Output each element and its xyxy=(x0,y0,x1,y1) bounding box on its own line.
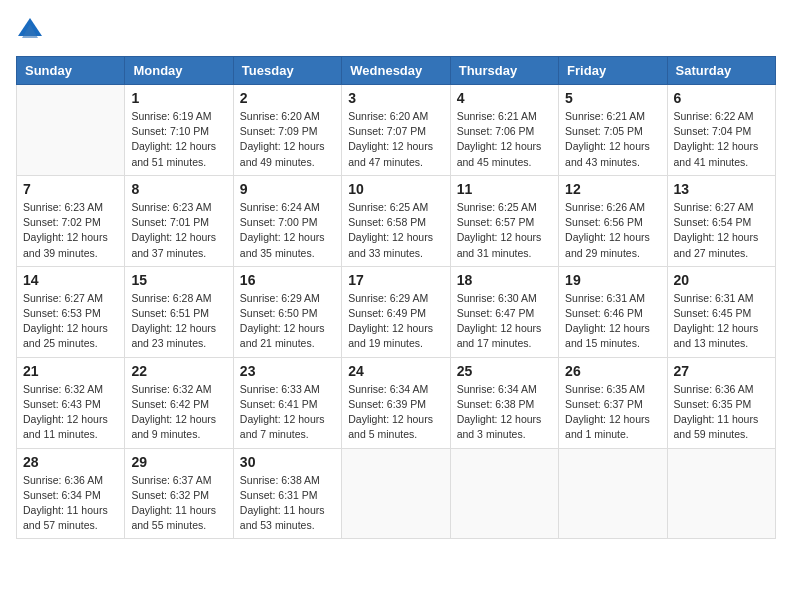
day-info: Sunrise: 6:29 AMSunset: 6:49 PMDaylight:… xyxy=(348,291,443,352)
calendar-day-cell xyxy=(342,448,450,539)
calendar-day-cell: 23Sunrise: 6:33 AMSunset: 6:41 PMDayligh… xyxy=(233,357,341,448)
day-info: Sunrise: 6:35 AMSunset: 6:37 PMDaylight:… xyxy=(565,382,660,443)
calendar-day-cell: 25Sunrise: 6:34 AMSunset: 6:38 PMDayligh… xyxy=(450,357,558,448)
calendar-day-cell: 19Sunrise: 6:31 AMSunset: 6:46 PMDayligh… xyxy=(559,266,667,357)
day-info: Sunrise: 6:20 AMSunset: 7:09 PMDaylight:… xyxy=(240,109,335,170)
calendar-week-row: 28Sunrise: 6:36 AMSunset: 6:34 PMDayligh… xyxy=(17,448,776,539)
calendar-day-cell xyxy=(667,448,775,539)
calendar-day-cell: 14Sunrise: 6:27 AMSunset: 6:53 PMDayligh… xyxy=(17,266,125,357)
day-number: 30 xyxy=(240,454,335,470)
calendar-day-cell: 10Sunrise: 6:25 AMSunset: 6:58 PMDayligh… xyxy=(342,175,450,266)
day-number: 5 xyxy=(565,90,660,106)
calendar-day-cell: 30Sunrise: 6:38 AMSunset: 6:31 PMDayligh… xyxy=(233,448,341,539)
day-number: 18 xyxy=(457,272,552,288)
weekday-header: Thursday xyxy=(450,57,558,85)
calendar-day-cell: 5Sunrise: 6:21 AMSunset: 7:05 PMDaylight… xyxy=(559,85,667,176)
day-info: Sunrise: 6:34 AMSunset: 6:39 PMDaylight:… xyxy=(348,382,443,443)
calendar-week-row: 14Sunrise: 6:27 AMSunset: 6:53 PMDayligh… xyxy=(17,266,776,357)
weekday-header: Friday xyxy=(559,57,667,85)
day-info: Sunrise: 6:38 AMSunset: 6:31 PMDaylight:… xyxy=(240,473,335,534)
logo-icon xyxy=(16,16,44,44)
day-number: 28 xyxy=(23,454,118,470)
day-info: Sunrise: 6:26 AMSunset: 6:56 PMDaylight:… xyxy=(565,200,660,261)
day-info: Sunrise: 6:21 AMSunset: 7:05 PMDaylight:… xyxy=(565,109,660,170)
weekday-header: Tuesday xyxy=(233,57,341,85)
day-info: Sunrise: 6:34 AMSunset: 6:38 PMDaylight:… xyxy=(457,382,552,443)
day-info: Sunrise: 6:23 AMSunset: 7:01 PMDaylight:… xyxy=(131,200,226,261)
calendar-day-cell: 8Sunrise: 6:23 AMSunset: 7:01 PMDaylight… xyxy=(125,175,233,266)
day-info: Sunrise: 6:20 AMSunset: 7:07 PMDaylight:… xyxy=(348,109,443,170)
day-number: 6 xyxy=(674,90,769,106)
day-number: 15 xyxy=(131,272,226,288)
day-info: Sunrise: 6:25 AMSunset: 6:57 PMDaylight:… xyxy=(457,200,552,261)
day-info: Sunrise: 6:27 AMSunset: 6:53 PMDaylight:… xyxy=(23,291,118,352)
calendar-day-cell: 3Sunrise: 6:20 AMSunset: 7:07 PMDaylight… xyxy=(342,85,450,176)
calendar-day-cell: 7Sunrise: 6:23 AMSunset: 7:02 PMDaylight… xyxy=(17,175,125,266)
calendar-day-cell: 12Sunrise: 6:26 AMSunset: 6:56 PMDayligh… xyxy=(559,175,667,266)
day-number: 8 xyxy=(131,181,226,197)
day-info: Sunrise: 6:27 AMSunset: 6:54 PMDaylight:… xyxy=(674,200,769,261)
day-number: 10 xyxy=(348,181,443,197)
day-number: 2 xyxy=(240,90,335,106)
calendar-week-row: 7Sunrise: 6:23 AMSunset: 7:02 PMDaylight… xyxy=(17,175,776,266)
day-number: 20 xyxy=(674,272,769,288)
calendar-day-cell: 2Sunrise: 6:20 AMSunset: 7:09 PMDaylight… xyxy=(233,85,341,176)
calendar-table: SundayMondayTuesdayWednesdayThursdayFrid… xyxy=(16,56,776,539)
weekday-header: Sunday xyxy=(17,57,125,85)
day-info: Sunrise: 6:22 AMSunset: 7:04 PMDaylight:… xyxy=(674,109,769,170)
calendar-week-row: 21Sunrise: 6:32 AMSunset: 6:43 PMDayligh… xyxy=(17,357,776,448)
day-number: 19 xyxy=(565,272,660,288)
day-info: Sunrise: 6:33 AMSunset: 6:41 PMDaylight:… xyxy=(240,382,335,443)
day-number: 9 xyxy=(240,181,335,197)
day-number: 4 xyxy=(457,90,552,106)
day-info: Sunrise: 6:30 AMSunset: 6:47 PMDaylight:… xyxy=(457,291,552,352)
day-number: 27 xyxy=(674,363,769,379)
day-number: 7 xyxy=(23,181,118,197)
calendar-day-cell: 20Sunrise: 6:31 AMSunset: 6:45 PMDayligh… xyxy=(667,266,775,357)
day-number: 25 xyxy=(457,363,552,379)
calendar-day-cell xyxy=(450,448,558,539)
page-header xyxy=(16,16,776,44)
day-info: Sunrise: 6:29 AMSunset: 6:50 PMDaylight:… xyxy=(240,291,335,352)
day-info: Sunrise: 6:24 AMSunset: 7:00 PMDaylight:… xyxy=(240,200,335,261)
calendar-day-cell: 1Sunrise: 6:19 AMSunset: 7:10 PMDaylight… xyxy=(125,85,233,176)
weekday-header: Saturday xyxy=(667,57,775,85)
calendar-day-cell xyxy=(559,448,667,539)
day-number: 21 xyxy=(23,363,118,379)
calendar-week-row: 1Sunrise: 6:19 AMSunset: 7:10 PMDaylight… xyxy=(17,85,776,176)
day-number: 24 xyxy=(348,363,443,379)
logo xyxy=(16,16,48,44)
day-info: Sunrise: 6:32 AMSunset: 6:42 PMDaylight:… xyxy=(131,382,226,443)
day-info: Sunrise: 6:32 AMSunset: 6:43 PMDaylight:… xyxy=(23,382,118,443)
calendar-day-cell: 27Sunrise: 6:36 AMSunset: 6:35 PMDayligh… xyxy=(667,357,775,448)
day-number: 26 xyxy=(565,363,660,379)
weekday-header: Monday xyxy=(125,57,233,85)
calendar-day-cell: 26Sunrise: 6:35 AMSunset: 6:37 PMDayligh… xyxy=(559,357,667,448)
calendar-day-cell: 15Sunrise: 6:28 AMSunset: 6:51 PMDayligh… xyxy=(125,266,233,357)
day-info: Sunrise: 6:25 AMSunset: 6:58 PMDaylight:… xyxy=(348,200,443,261)
calendar-day-cell: 29Sunrise: 6:37 AMSunset: 6:32 PMDayligh… xyxy=(125,448,233,539)
day-info: Sunrise: 6:23 AMSunset: 7:02 PMDaylight:… xyxy=(23,200,118,261)
day-number: 12 xyxy=(565,181,660,197)
day-info: Sunrise: 6:31 AMSunset: 6:46 PMDaylight:… xyxy=(565,291,660,352)
day-info: Sunrise: 6:36 AMSunset: 6:34 PMDaylight:… xyxy=(23,473,118,534)
day-number: 11 xyxy=(457,181,552,197)
calendar-day-cell: 22Sunrise: 6:32 AMSunset: 6:42 PMDayligh… xyxy=(125,357,233,448)
day-number: 17 xyxy=(348,272,443,288)
day-number: 13 xyxy=(674,181,769,197)
calendar-day-cell: 9Sunrise: 6:24 AMSunset: 7:00 PMDaylight… xyxy=(233,175,341,266)
day-number: 16 xyxy=(240,272,335,288)
calendar-day-cell: 16Sunrise: 6:29 AMSunset: 6:50 PMDayligh… xyxy=(233,266,341,357)
weekday-header: Wednesday xyxy=(342,57,450,85)
day-number: 3 xyxy=(348,90,443,106)
calendar-header-row: SundayMondayTuesdayWednesdayThursdayFrid… xyxy=(17,57,776,85)
day-number: 14 xyxy=(23,272,118,288)
calendar-day-cell: 6Sunrise: 6:22 AMSunset: 7:04 PMDaylight… xyxy=(667,85,775,176)
day-info: Sunrise: 6:21 AMSunset: 7:06 PMDaylight:… xyxy=(457,109,552,170)
day-info: Sunrise: 6:31 AMSunset: 6:45 PMDaylight:… xyxy=(674,291,769,352)
calendar-day-cell: 17Sunrise: 6:29 AMSunset: 6:49 PMDayligh… xyxy=(342,266,450,357)
calendar-day-cell: 28Sunrise: 6:36 AMSunset: 6:34 PMDayligh… xyxy=(17,448,125,539)
calendar-day-cell: 21Sunrise: 6:32 AMSunset: 6:43 PMDayligh… xyxy=(17,357,125,448)
calendar-day-cell: 24Sunrise: 6:34 AMSunset: 6:39 PMDayligh… xyxy=(342,357,450,448)
day-info: Sunrise: 6:28 AMSunset: 6:51 PMDaylight:… xyxy=(131,291,226,352)
